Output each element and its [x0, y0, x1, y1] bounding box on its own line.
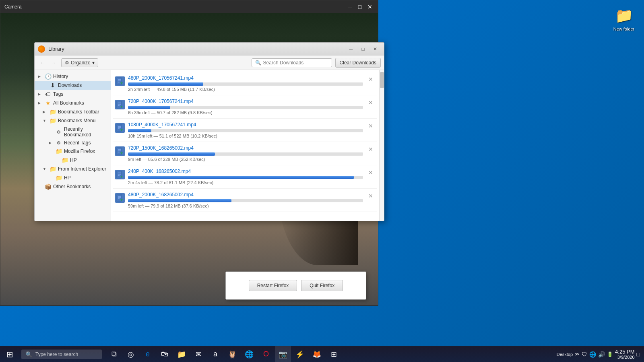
quit-firefox-button[interactable]: Quit Firefox: [301, 280, 343, 291]
taskbar-search-input[interactable]: [35, 352, 96, 357]
tor-taskbar-icon[interactable]: 🌐: [241, 346, 257, 362]
download-info: 1080P_4000K_170567241.mp4 10h 19m left —…: [128, 122, 363, 138]
restart-firefox-button[interactable]: Restart Firefox: [249, 280, 297, 291]
sidebar-item-recent-tags[interactable]: ▶ ⚙ Recent Tags: [35, 139, 111, 147]
download-item-2: 1080P_4000K_170567241.mp4 10h 19m left —…: [113, 119, 377, 142]
camera-minimize-button[interactable]: ─: [346, 3, 354, 11]
new-folder-right-label: New folder: [613, 27, 635, 31]
camera-close-button[interactable]: ✕: [366, 3, 374, 11]
battery-icon: 🔋: [607, 352, 613, 357]
all-bookmarks-label: All Bookmarks: [53, 100, 107, 106]
from-ie-icon: 📁: [49, 166, 56, 172]
sidebar-item-recently-bookmarked[interactable]: ⚙ Recently Bookmarked: [35, 125, 111, 139]
start-icon: ⊞: [6, 350, 13, 359]
download-status: 59m left — 79.9 of 182 MB (37.6 KB/sec): [128, 204, 363, 208]
download-filename[interactable]: 480P_2000K_170567241.mp4: [128, 75, 363, 81]
antivirus-icon: 🛡: [582, 351, 587, 358]
sidebar-item-tags[interactable]: ▶ 🏷 Tags: [35, 90, 111, 99]
store-taskbar-icon[interactable]: 🛍: [157, 346, 173, 362]
download-close-button[interactable]: ✕: [366, 99, 375, 107]
download-close-button[interactable]: ✕: [366, 145, 375, 153]
network-icon[interactable]: 🌐: [589, 351, 596, 358]
show-more-icon[interactable]: ≫: [575, 352, 580, 357]
taskbar-icons: ⧉ ◎ e 🛍 📁 ✉ a 🦉 🌐 O 📷 ⚡ 🦊 ⊞: [106, 346, 342, 362]
start-button[interactable]: ⊞: [0, 346, 19, 362]
task-view-button[interactable]: ⧉: [106, 346, 122, 362]
download-file-icon: [115, 100, 125, 109]
download-close-button[interactable]: ✕: [366, 122, 375, 130]
sidebar-item-mozilla-firefox[interactable]: 📁 Mozilla Firefox: [35, 147, 111, 156]
organize-label: Organize: [71, 60, 91, 66]
bm-toolbar-label: Bookmarks Toolbar: [58, 109, 107, 115]
search-input[interactable]: [263, 60, 328, 66]
cortana-button[interactable]: ◎: [123, 346, 139, 362]
sidebar-item-all-bookmarks[interactable]: ▶ ★ All Bookmarks: [35, 99, 111, 107]
time-display: 4:25 PM: [615, 349, 634, 355]
explorer-taskbar-icon[interactable]: 📁: [173, 346, 190, 362]
library-close-button[interactable]: ✕: [369, 44, 381, 54]
download-item-5: 480P_2000K_168265002.mp4 59m left — 79.9…: [113, 189, 377, 212]
clear-downloads-button[interactable]: Clear Downloads: [335, 58, 381, 68]
from-ie-arrow: ▼: [43, 167, 47, 171]
download-file-icon: [115, 123, 125, 133]
taskbar-right: Desktop ≫ 🛡 🌐 🔊 🔋 4:25 PM 3/9/2020 □: [553, 349, 644, 360]
new-folder-right-icon[interactable]: 📁 New folder: [608, 4, 640, 33]
edge-taskbar-icon[interactable]: e: [140, 346, 156, 362]
firefox-dialog: Restart Firefox Quit Firefox: [225, 272, 366, 300]
search-box[interactable]: 🔍: [252, 58, 332, 67]
desktop: 🗑️ Recycle Bin µ µTorrent e Microsoft Ed…: [0, 0, 644, 362]
progress-bar-container: [128, 106, 363, 109]
library-toolbar: ← → ⚙ Organize ▾ 🔍 Clear Downloads: [35, 56, 384, 70]
windows-taskbar-icon[interactable]: ⊞: [326, 346, 342, 362]
mail-taskbar-icon[interactable]: ✉: [190, 346, 206, 362]
hp-2-label: HP: [64, 175, 107, 181]
downloads-label: Downloads: [58, 82, 107, 88]
firefox-taskbar-icon[interactable]: 🦊: [309, 346, 325, 362]
download-filename[interactable]: 480P_2000K_168265002.mp4: [128, 192, 363, 197]
sidebar-item-bookmarks-toolbar[interactable]: ▶ 📁 Bookmarks Toolbar: [35, 107, 111, 116]
sidebar-item-bookmarks-menu[interactable]: ▼ 📁 Bookmarks Menu: [35, 116, 111, 125]
sidebar-item-other-bookmarks[interactable]: 📦 Other Bookmarks: [35, 182, 111, 191]
back-button[interactable]: ←: [38, 58, 47, 68]
amazon-taskbar-icon[interactable]: a: [207, 346, 223, 362]
camera-maximize-button[interactable]: □: [356, 3, 364, 11]
downloads-scrollbar[interactable]: [379, 70, 384, 221]
library-title: Library: [48, 46, 64, 52]
sidebar-item-from-ie[interactable]: ▼ 📁 From Internet Explorer: [35, 165, 111, 173]
download-filename[interactable]: 240P_400K_168265002.mp4: [128, 169, 363, 174]
taskbar-time[interactable]: 4:25 PM 3/9/2020: [615, 349, 634, 360]
tags-label: Tags: [53, 91, 107, 97]
download-close-button[interactable]: ✕: [366, 192, 375, 200]
organize-button[interactable]: ⚙ Organize ▾: [61, 58, 98, 67]
sidebar-item-hp-1[interactable]: 📁 HP: [35, 156, 111, 165]
progress-bar: [128, 106, 170, 109]
download-filename[interactable]: 720P_1500K_168265002.mp4: [128, 145, 363, 151]
volume-icon[interactable]: 🔊: [598, 351, 605, 358]
download-info: 720P_4000K_170567241.mp4 6h 39m left — 5…: [128, 99, 363, 115]
download-info: 240P_400K_168265002.mp4 2m 4s left — 78.…: [128, 169, 363, 185]
tags-icon: 🏷: [44, 91, 52, 97]
sidebar-item-downloads[interactable]: ⬇ Downloads: [35, 81, 111, 90]
taskbar-search[interactable]: 🔍: [21, 350, 102, 359]
forward-button[interactable]: →: [48, 58, 58, 68]
sidebar-item-hp-2[interactable]: 📁 HP: [35, 173, 111, 182]
tripadvisor-taskbar-icon[interactable]: 🦉: [224, 346, 240, 362]
download-status: 2h 24m left — 49.8 of 155 MB (11.7 KB/se…: [128, 87, 363, 92]
download-filename[interactable]: 1080P_4000K_170567241.mp4: [128, 122, 363, 128]
firefox-dialog-buttons: Restart Firefox Quit Firefox: [234, 280, 358, 291]
notification-button[interactable]: □: [637, 351, 640, 358]
opera-taskbar-icon[interactable]: O: [258, 346, 274, 362]
download-close-button[interactable]: ✕: [366, 169, 375, 177]
download-filename[interactable]: 720P_4000K_170567241.mp4: [128, 99, 363, 104]
downloads-list[interactable]: 480P_2000K_170567241.mp4 2h 24m left — 4…: [111, 70, 379, 221]
camera-taskbar-icon[interactable]: 📷: [275, 346, 291, 362]
download-info: 480P_2000K_168265002.mp4 59m left — 79.9…: [128, 192, 363, 208]
app-taskbar-icon[interactable]: ⚡: [292, 346, 308, 362]
tags-arrow: ▶: [38, 92, 43, 96]
progress-bar: [128, 129, 151, 132]
recently-bookmarked-label: Recently Bookmarked: [64, 126, 107, 138]
download-close-button[interactable]: ✕: [366, 75, 375, 83]
library-maximize-button[interactable]: □: [357, 44, 369, 54]
library-minimize-button[interactable]: ─: [345, 44, 357, 54]
sidebar-item-history[interactable]: ▶ 🕐 History: [35, 72, 111, 81]
